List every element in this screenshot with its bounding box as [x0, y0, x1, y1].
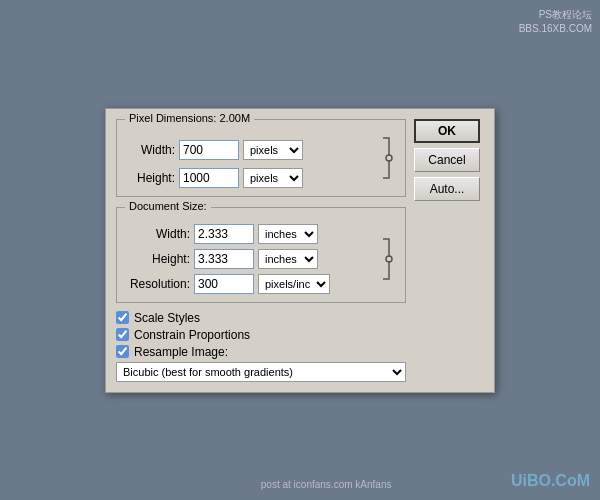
resample-row: Resample Image:	[116, 345, 406, 359]
watermark-bottom-right: UiBO.CoM	[511, 472, 590, 490]
doc-height-input[interactable]	[194, 249, 254, 269]
scale-styles-checkbox[interactable]	[116, 311, 129, 324]
constrain-checkbox[interactable]	[116, 328, 129, 341]
pixel-height-input[interactable]	[179, 168, 239, 188]
watermark-top: PS教程论坛 BBS.16XB.COM	[519, 8, 592, 36]
resample-checkbox[interactable]	[116, 345, 129, 358]
checkboxes-section: Scale Styles Constrain Proportions Resam…	[116, 311, 406, 382]
pixel-link-bracket	[381, 136, 397, 180]
pixel-height-unit-select[interactable]: pixels percent	[243, 168, 303, 188]
resolution-input[interactable]	[194, 274, 254, 294]
document-size-title: Document Size:	[125, 200, 211, 212]
pixel-width-label: Width:	[125, 143, 175, 157]
ok-button[interactable]: OK	[414, 119, 480, 143]
doc-width-input[interactable]	[194, 224, 254, 244]
pixel-width-input[interactable]	[179, 140, 239, 160]
doc-width-unit-select[interactable]: inches cm mm	[258, 224, 318, 244]
watermark-bottom-left: post at iconfans.com kAnfans	[261, 479, 392, 490]
scale-styles-row: Scale Styles	[116, 311, 406, 325]
pixel-dimensions-title: Pixel Dimensions: 2.00M	[125, 112, 254, 124]
pixel-width-unit-select[interactable]: pixels percent	[243, 140, 303, 160]
scale-styles-label: Scale Styles	[134, 311, 200, 325]
dialog: Pixel Dimensions: 2.00M Width: pixels pe…	[105, 108, 495, 393]
resample-method-row: Bicubic (best for smooth gradients) Bili…	[116, 362, 406, 382]
constrain-label: Constrain Proportions	[134, 328, 250, 342]
auto-button[interactable]: Auto...	[414, 177, 480, 201]
doc-link-bracket	[381, 237, 397, 281]
resample-method-select[interactable]: Bicubic (best for smooth gradients) Bili…	[116, 362, 406, 382]
dialog-buttons: OK Cancel Auto...	[414, 119, 484, 382]
pixel-dimensions-group: Pixel Dimensions: 2.00M Width: pixels pe…	[116, 119, 406, 197]
cancel-button[interactable]: Cancel	[414, 148, 480, 172]
doc-height-label: Height:	[125, 252, 190, 266]
resolution-label: Resolution:	[125, 277, 190, 291]
doc-width-row: Width: inches cm mm	[125, 224, 381, 244]
pixel-height-label: Height:	[125, 171, 175, 185]
resolution-row: Resolution: pixels/inch pixels/cm	[125, 274, 381, 294]
doc-height-row: Height: inches cm mm	[125, 249, 381, 269]
document-size-group: Document Size: Width: inches cm mm Heigh…	[116, 207, 406, 303]
pixel-width-row: Width: pixels percent	[125, 140, 381, 160]
doc-width-label: Width:	[125, 227, 190, 241]
dialog-left: Pixel Dimensions: 2.00M Width: pixels pe…	[116, 119, 406, 382]
pixel-height-row: Height: pixels percent	[125, 168, 381, 188]
constrain-row: Constrain Proportions	[116, 328, 406, 342]
doc-height-unit-select[interactable]: inches cm mm	[258, 249, 318, 269]
resolution-unit-select[interactable]: pixels/inch pixels/cm	[258, 274, 330, 294]
resample-label: Resample Image:	[134, 345, 228, 359]
